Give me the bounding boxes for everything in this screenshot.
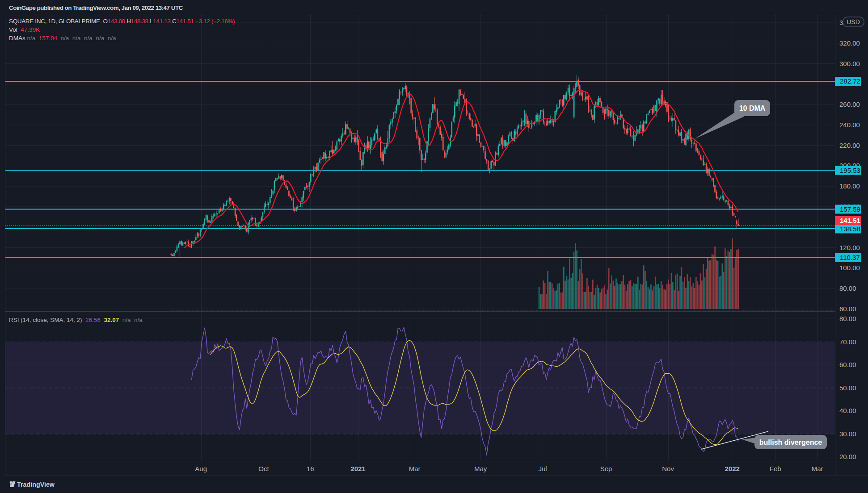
svg-text:USD: USD [847,18,860,25]
svg-text:40.00: 40.00 [839,407,856,414]
svg-text:220.00: 220.00 [839,142,860,149]
svg-text:Sep: Sep [600,465,612,472]
svg-text:20.00: 20.00 [839,453,856,460]
svg-text:120.00: 120.00 [839,244,860,251]
svg-text:180.00: 180.00 [839,182,860,190]
svg-text:RSI (14, close, SMA, 14, 2) 2: RSI (14, close, SMA, 14, 2) 26.56 32.07 … [9,317,143,323]
svg-text:60.00: 60.00 [839,361,856,368]
svg-text:10 DMA: 10 DMA [739,104,766,112]
svg-text:bullish divergence: bullish divergence [759,439,822,446]
svg-text:110.37: 110.37 [840,254,860,261]
svg-text:60.00: 60.00 [839,305,856,313]
svg-text:80.00: 80.00 [839,284,856,292]
svg-text:260.00: 260.00 [839,100,860,108]
svg-text:May: May [474,465,487,472]
svg-text:16: 16 [307,465,314,472]
svg-text:Feb: Feb [770,465,781,472]
svg-text:DMAs n/a 157.04 n/a n/a n/: DMAs n/a 157.04 n/a n/a n/a n/a n/a [9,35,116,42]
svg-text:Nov: Nov [662,465,674,472]
svg-text:Jul: Jul [538,465,547,472]
svg-text:50.00: 50.00 [839,384,856,392]
svg-text:100.00: 100.00 [839,264,860,272]
svg-text:TradingView: TradingView [17,481,55,488]
svg-text:70.00: 70.00 [839,338,856,346]
svg-text:195.53: 195.53 [840,167,860,174]
svg-text:SQUARE INC, 1D, GLOBALPRIME O: SQUARE INC, 1D, GLOBALPRIME O143.00 H148… [9,18,235,25]
svg-text:2022: 2022 [725,465,740,472]
svg-text:80.00: 80.00 [839,315,856,322]
svg-text:Oct: Oct [258,465,269,472]
svg-text:Mar: Mar [409,465,421,472]
svg-text:282.72: 282.72 [840,77,860,85]
svg-text:157.59: 157.59 [840,205,860,213]
svg-text:320.00: 320.00 [839,39,860,47]
svg-text:30.00: 30.00 [839,430,856,438]
svg-text:300.00: 300.00 [839,60,860,67]
svg-text:Vol 47.39K: Vol 47.39K [9,26,40,33]
svg-text:2021: 2021 [350,465,365,472]
svg-text:CoinGape published on TradingV: CoinGape published on TradingView.com, J… [9,4,183,11]
svg-text:141.51: 141.51 [840,217,860,224]
svg-text:Mar: Mar [812,465,823,472]
svg-text:138.58: 138.58 [840,225,860,233]
svg-text:240.00: 240.00 [839,121,860,129]
svg-text:Aug: Aug [195,465,207,472]
